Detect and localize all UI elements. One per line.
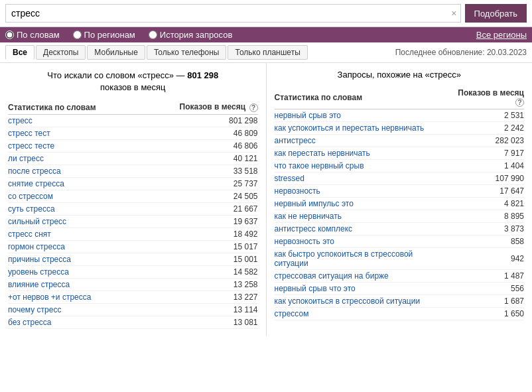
table-row: причины стресса15 001 <box>8 253 258 265</box>
keyword-cell: без стресса <box>8 316 140 328</box>
tab-all[interactable]: Все <box>5 45 34 60</box>
nav-history[interactable]: История запросов <box>149 30 233 40</box>
keyword-cell: стресс тест <box>8 127 140 139</box>
shows-cell: 1 404 <box>446 160 524 172</box>
left-stats-table: Статистика по словам Показов в месяц ? с… <box>8 100 258 328</box>
keyword-link[interactable]: stressed <box>275 174 304 183</box>
keyword-link[interactable]: стресс тесте <box>8 141 54 151</box>
table-row: нервозность17 647 <box>275 185 525 198</box>
keyword-link[interactable]: антистресс <box>275 136 316 145</box>
keyword-link[interactable]: стресс <box>8 116 33 125</box>
shows-cell: 1 650 <box>446 308 524 320</box>
keyword-link[interactable]: нервозность <box>275 186 320 196</box>
keyword-cell: почему стресс <box>8 303 140 316</box>
shows-cell: 14 582 <box>140 265 257 278</box>
left-panel-title: Что искали со словом «стресс» — 801 298 … <box>8 70 258 94</box>
shows-cell: 24 505 <box>140 190 257 202</box>
keyword-link[interactable]: после стресса <box>8 166 61 176</box>
keyword-link[interactable]: почему стресс <box>8 305 61 314</box>
keyword-cell: нервный срыв это <box>275 109 447 122</box>
keyword-link[interactable]: как успокоиться и перестать нервничать <box>275 123 425 133</box>
keyword-link[interactable]: со стрессом <box>8 192 53 201</box>
keyword-link[interactable]: стресс снят <box>8 229 51 239</box>
table-row: стрессом1 650 <box>275 308 525 320</box>
table-row: влияние стресса13 258 <box>8 278 258 291</box>
right-panel: Запросы, похожие на «стресс» Статистика … <box>267 63 533 336</box>
keyword-link[interactable]: как успокоиться в стрессовой ситуации <box>275 296 421 306</box>
keyword-cell: суть стресса <box>8 202 140 215</box>
keyword-cell: нервный срыв что это <box>275 283 447 295</box>
table-row: стресс тесте46 806 <box>8 139 258 152</box>
nav-by-regions[interactable]: По регионам <box>73 30 135 40</box>
shows-cell: 2 242 <box>446 122 524 135</box>
keyword-link[interactable]: как не нервничать <box>275 212 342 221</box>
keyword-cell: нервозность <box>275 185 447 198</box>
keyword-cell: стресс тесте <box>8 139 140 152</box>
keyword-link[interactable]: как перестать нервничать <box>275 149 370 158</box>
table-row: нервный импульс это4 821 <box>275 198 525 210</box>
table-row: стресс801 298 <box>8 114 258 127</box>
left-col-keyword: Статистика по словам <box>8 100 140 114</box>
keyword-link[interactable]: антистресс комплекс <box>275 224 353 233</box>
shows-cell: 556 <box>446 283 524 295</box>
keyword-link[interactable]: нервный импульс это <box>275 199 354 208</box>
tab-phones-only[interactable]: Только телефоны <box>147 45 227 60</box>
keyword-link[interactable]: +от нервов +и стресса <box>8 293 91 302</box>
tab-desktops[interactable]: Десктопы <box>36 45 86 60</box>
nav-regions[interactable]: Все регионы <box>476 30 527 40</box>
keyword-link[interactable]: нервный срыв что это <box>275 284 356 293</box>
keyword-link[interactable]: нервный срыв это <box>275 111 342 120</box>
left-help-icon[interactable]: ? <box>249 103 258 112</box>
keyword-link[interactable]: нервозность это <box>275 237 335 246</box>
table-row: почему стресс13 114 <box>8 303 258 316</box>
nav-by-words[interactable]: По словам <box>5 30 60 40</box>
right-help-icon[interactable]: ? <box>515 98 524 107</box>
keyword-cell: нервозность это <box>275 235 447 248</box>
keyword-link[interactable]: суть стресса <box>8 204 55 214</box>
right-col-shows: Показов в месяц ? <box>446 86 524 109</box>
keyword-link[interactable]: сильный стресс <box>8 217 66 226</box>
tab-tablets-only[interactable]: Только планшеты <box>228 45 307 60</box>
keyword-cell: гормон стресса <box>8 240 140 253</box>
keyword-link[interactable]: ли стресс <box>8 154 44 163</box>
keyword-cell: со стрессом <box>8 190 140 202</box>
keyword-cell: +от нервов +и стресса <box>8 291 140 303</box>
shows-cell: 3 873 <box>446 223 524 235</box>
keyword-link[interactable]: как быстро успокоиться в стрессовой ситу… <box>275 249 413 268</box>
table-row: стресс тест46 809 <box>8 127 258 139</box>
left-title-count: 801 298 <box>187 70 218 80</box>
table-row: как успокоиться в стрессовой ситуации1 6… <box>275 295 525 308</box>
table-row: гормон стресса15 017 <box>8 240 258 253</box>
shows-cell: 1 687 <box>446 295 524 308</box>
keyword-link[interactable]: причины стресса <box>8 255 71 264</box>
search-bar: × Подобрать <box>0 0 532 27</box>
keyword-cell: нервный импульс это <box>275 198 447 210</box>
keyword-link[interactable]: стрессовая ситуация на бирже <box>275 271 389 281</box>
keyword-link[interactable]: стресс тест <box>8 129 50 138</box>
keyword-link[interactable]: снятие стресса <box>8 179 64 188</box>
table-row: как успокоиться и перестать нервничать2 … <box>275 122 525 135</box>
keyword-link[interactable]: что такое нервный срыв <box>275 161 364 170</box>
keyword-link[interactable]: влияние стресса <box>8 280 70 289</box>
shows-cell: 942 <box>446 248 524 270</box>
table-row: как быстро успокоиться в стрессовой ситу… <box>275 248 525 270</box>
shows-cell: 2 531 <box>446 109 524 122</box>
search-button[interactable]: Подобрать <box>465 4 527 23</box>
shows-cell: 17 647 <box>446 185 524 198</box>
keyword-link[interactable]: без стресса <box>8 318 52 327</box>
left-col-shows: Показов в месяц ? <box>140 100 257 114</box>
table-row: снятие стресса25 737 <box>8 177 258 190</box>
keyword-cell: как успокоиться в стрессовой ситуации <box>275 295 447 308</box>
search-input[interactable] <box>5 4 461 23</box>
shows-cell: 858 <box>446 235 524 248</box>
keyword-link[interactable]: уровень стресса <box>8 267 69 277</box>
shows-cell: 19 637 <box>140 215 257 228</box>
clear-icon[interactable]: × <box>451 8 456 19</box>
tab-mobile[interactable]: Мобильные <box>87 45 145 60</box>
keyword-cell: влияние стресса <box>8 278 140 291</box>
shows-cell: 13 258 <box>140 278 257 291</box>
keyword-link[interactable]: стрессом <box>275 309 309 318</box>
shows-cell: 7 917 <box>446 147 524 160</box>
keyword-link[interactable]: гормон стресса <box>8 242 65 251</box>
keyword-cell: как не нервничать <box>275 210 447 223</box>
